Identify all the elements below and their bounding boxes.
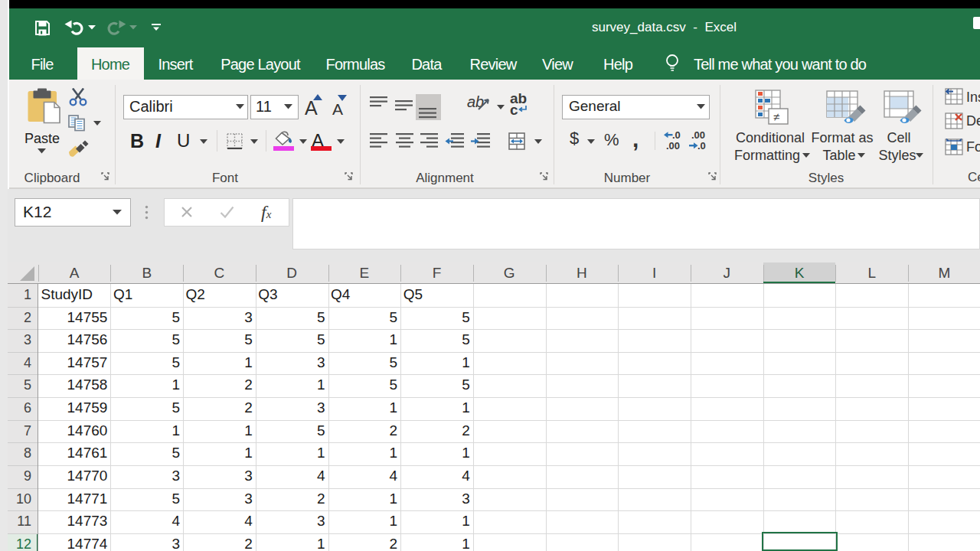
svg-text:≠: ≠ [773, 110, 779, 123]
svg-text:.0: .0 [697, 140, 706, 151]
svg-text:.00: .00 [691, 130, 705, 141]
svg-text:.0: .0 [672, 130, 681, 141]
svg-text:.00: .00 [666, 140, 680, 151]
